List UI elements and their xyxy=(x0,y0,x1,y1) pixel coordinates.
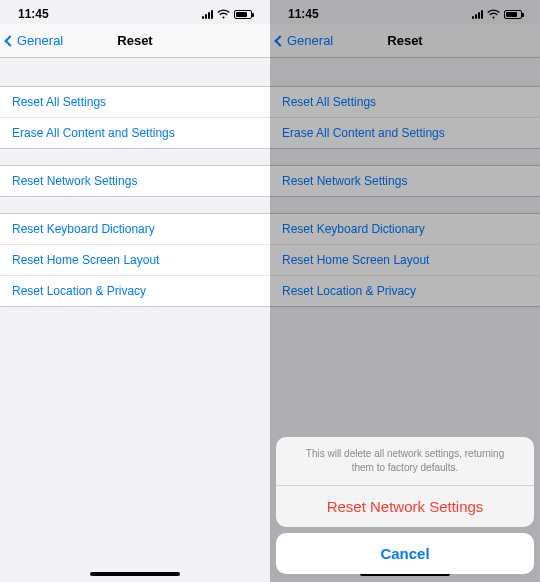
status-bar: 11:45 xyxy=(0,4,270,24)
reset-keyboard-dictionary[interactable]: Reset Keyboard Dictionary xyxy=(0,214,270,245)
status-icons xyxy=(202,9,252,19)
battery-icon xyxy=(234,10,252,19)
reset-network-settings[interactable]: Reset Network Settings xyxy=(0,166,270,196)
nav-bar: General Reset xyxy=(0,24,270,58)
list-group-3: Reset Keyboard Dictionary Reset Home Scr… xyxy=(0,213,270,307)
page-title: Reset xyxy=(117,33,152,48)
screen-right: 11:45 General Reset Reset All Settings E… xyxy=(270,0,540,582)
sheet-destructive-action[interactable]: Reset Network Settings xyxy=(276,486,534,527)
reset-all-settings[interactable]: Reset All Settings xyxy=(0,87,270,118)
reset-location-privacy[interactable]: Reset Location & Privacy xyxy=(0,276,270,306)
screen-left: 11:45 General Reset Reset All Settings E… xyxy=(0,0,270,582)
status-time: 11:45 xyxy=(18,7,49,21)
wifi-icon xyxy=(217,9,230,19)
back-button[interactable]: General xyxy=(0,33,63,48)
signal-icon xyxy=(202,9,213,19)
list-group-1: Reset All Settings Erase All Content and… xyxy=(0,86,270,149)
sheet-group: This will delete all network settings, r… xyxy=(276,437,534,527)
chevron-left-icon xyxy=(4,35,15,46)
back-label: General xyxy=(17,33,63,48)
home-indicator[interactable] xyxy=(90,572,180,576)
list-group-2: Reset Network Settings xyxy=(0,165,270,197)
sheet-message: This will delete all network settings, r… xyxy=(276,437,534,486)
sheet-cancel-button[interactable]: Cancel xyxy=(276,533,534,574)
reset-home-screen-layout[interactable]: Reset Home Screen Layout xyxy=(0,245,270,276)
erase-all-content[interactable]: Erase All Content and Settings xyxy=(0,118,270,148)
action-sheet: This will delete all network settings, r… xyxy=(276,437,534,574)
